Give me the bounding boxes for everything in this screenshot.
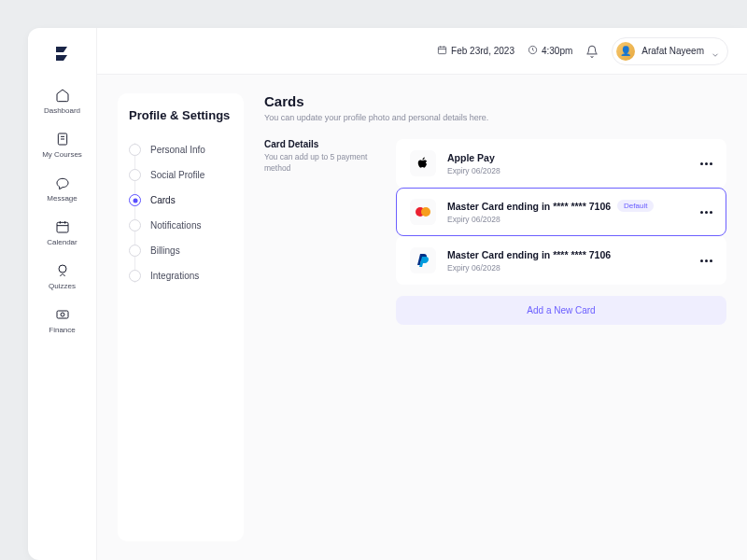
radio-icon: [129, 194, 141, 206]
svg-rect-5: [438, 47, 445, 53]
card-title: Apple Pay: [447, 152, 689, 163]
clock-icon: [528, 45, 538, 57]
section-title: Card Details: [264, 139, 372, 149]
add-card-button[interactable]: Add a New Card: [396, 296, 726, 325]
calendar-icon: [437, 45, 447, 57]
nav-label: Message: [47, 194, 77, 203]
section-desc: You can add up to 5 payment method: [264, 152, 372, 175]
nav-icon: [55, 219, 70, 234]
payment-icon: [410, 247, 436, 273]
nav-icon: [55, 175, 70, 190]
nav-label: Dashboard: [44, 106, 80, 115]
section-info: Card Details You can add up to 5 payment…: [264, 139, 372, 325]
nav-label: Quizzes: [49, 282, 76, 290]
payment-icon: [410, 199, 436, 225]
setting-personal-info[interactable]: Personal Info: [129, 137, 233, 162]
setting-label: Personal Info: [150, 145, 205, 155]
nav-label: My Courses: [42, 150, 82, 159]
nav-icon: [55, 263, 70, 278]
app-window: DashboardMy CoursesMessageCalendarQuizze…: [28, 28, 747, 560]
svg-point-8: [421, 207, 430, 217]
default-badge: Default: [617, 200, 654, 212]
setting-social-profile[interactable]: Social Profile: [129, 162, 233, 188]
card-expiry: Expiry 06/2028: [447, 263, 689, 273]
sidebar: DashboardMy CoursesMessageCalendarQuizze…: [28, 28, 97, 560]
nav-dashboard[interactable]: Dashboard: [42, 86, 82, 117]
topbar: Feb 23rd, 2023 4:30pm 👤 Arafat Nayeem: [97, 28, 747, 75]
card-body: Master Card ending in **** **** 7106Expi…: [447, 249, 689, 273]
date-text: Feb 23rd, 2023: [451, 46, 514, 56]
time-chip: 4:30pm: [528, 45, 572, 57]
nav-message[interactable]: Message: [42, 174, 82, 204]
radio-icon: [129, 169, 141, 181]
card-title: Master Card ending in **** **** 7106: [447, 249, 689, 260]
time-text: 4:30pm: [542, 46, 572, 56]
logo: [54, 45, 71, 65]
content: Profile & Settings Personal InfoSocial P…: [97, 75, 747, 560]
chevron-down-icon: [711, 47, 720, 56]
page-subtitle: You can update your profile photo and pe…: [264, 113, 726, 122]
nav-quizzes[interactable]: Quizzes: [42, 261, 82, 292]
radio-icon: [129, 144, 141, 156]
setting-label: Cards: [150, 195, 176, 205]
setting-billings[interactable]: Billings: [129, 238, 233, 263]
setting-notifications[interactable]: Notifications: [129, 213, 233, 238]
nav-my-courses[interactable]: My Courses: [42, 130, 82, 161]
user-name: Arafat Nayeem: [641, 46, 704, 56]
nav-icon: [55, 132, 70, 147]
settings-title: Profile & Settings: [129, 108, 233, 122]
setting-label: Integrations: [150, 271, 199, 281]
nav-icon: [55, 307, 70, 322]
payment-card[interactable]: Apple PayExpiry 06/2028: [396, 139, 726, 188]
payment-card[interactable]: Master Card ending in **** **** 7106Expi…: [396, 236, 726, 285]
card-menu-button[interactable]: [700, 162, 712, 165]
radio-icon: [129, 219, 141, 231]
radio-icon: [129, 270, 141, 282]
page: Cards You can update your profile photo …: [264, 93, 726, 541]
payment-card[interactable]: Master Card ending in **** **** 7106Defa…: [396, 188, 726, 236]
user-menu[interactable]: 👤 Arafat Nayeem: [612, 37, 728, 65]
svg-point-4: [61, 313, 64, 316]
card-menu-button[interactable]: [700, 211, 712, 214]
page-title: Cards: [264, 93, 726, 109]
setting-label: Social Profile: [150, 170, 204, 180]
card-body: Master Card ending in **** **** 7106Defa…: [447, 200, 689, 224]
svg-rect-3: [57, 311, 68, 318]
svg-point-2: [59, 265, 66, 273]
card-expiry: Expiry 06/2028: [447, 215, 689, 224]
card-title: Master Card ending in **** **** 7106Defa…: [447, 200, 689, 212]
card-body: Apple PayExpiry 06/2028: [447, 152, 689, 175]
radio-icon: [129, 245, 141, 257]
nav-icon: [55, 88, 70, 103]
nav-finance[interactable]: Finance: [42, 305, 82, 336]
main: Feb 23rd, 2023 4:30pm 👤 Arafat Nayeem Pr…: [97, 28, 747, 560]
payment-icon: [410, 150, 436, 176]
svg-rect-1: [57, 222, 68, 232]
notification-button[interactable]: [585, 45, 599, 58]
card-expiry: Expiry 06/2028: [447, 166, 689, 175]
setting-label: Billings: [150, 245, 180, 256]
setting-label: Notifications: [150, 220, 201, 231]
cards-list: Apple PayExpiry 06/2028Master Card endin…: [396, 139, 726, 325]
nav-calendar[interactable]: Calendar: [42, 217, 82, 248]
avatar: 👤: [616, 42, 635, 61]
card-menu-button[interactable]: [700, 259, 712, 262]
settings-nav: Profile & Settings Personal InfoSocial P…: [118, 93, 244, 541]
nav-label: Finance: [49, 326, 75, 334]
card-section: Card Details You can add up to 5 payment…: [264, 139, 726, 325]
setting-integrations[interactable]: Integrations: [129, 263, 233, 288]
date-chip: Feb 23rd, 2023: [437, 45, 514, 57]
setting-cards[interactable]: Cards: [129, 188, 233, 213]
nav-label: Calendar: [47, 238, 77, 246]
